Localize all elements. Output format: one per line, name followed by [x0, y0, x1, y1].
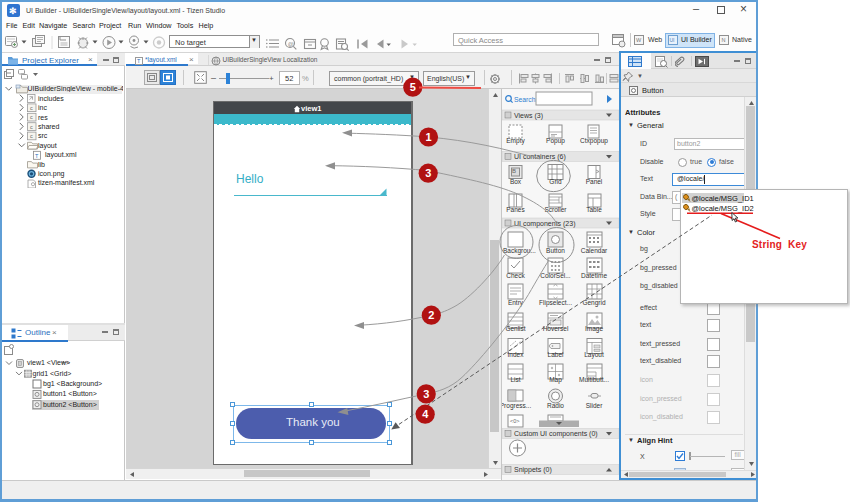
svg-text:List: List — [510, 376, 520, 383]
svg-text:UI containers (6): UI containers (6) — [514, 153, 566, 161]
svg-text:c: c — [30, 114, 33, 120]
svg-text:Calendar: Calendar — [581, 247, 608, 254]
svg-text:Genlist: Genlist — [505, 325, 525, 332]
svg-text:Layout: Layout — [584, 351, 604, 359]
svg-text:Box: Box — [510, 178, 522, 185]
svg-text:Flipselect...: Flipselect... — [539, 299, 572, 307]
svg-text:Map: Map — [549, 376, 562, 384]
svg-text:Image: Image — [585, 325, 603, 333]
svg-text:Gengrid: Gengrid — [582, 299, 606, 307]
svg-text:Views (3): Views (3) — [514, 112, 543, 120]
svg-text:Panes: Panes — [506, 206, 525, 213]
svg-text:Scroller: Scroller — [544, 206, 567, 213]
svg-text:Search: Search — [514, 96, 536, 103]
svg-text:Popup: Popup — [546, 137, 565, 145]
svg-text:Radio: Radio — [547, 402, 564, 409]
svg-text:Multibutt...: Multibutt... — [579, 376, 609, 383]
svg-text:Progress...: Progress... — [502, 402, 531, 410]
svg-text:B: B — [512, 168, 516, 174]
svg-text:Table: Table — [586, 206, 602, 213]
svg-text:Label: Label — [548, 351, 564, 358]
svg-text:ColorSel...: ColorSel... — [540, 272, 571, 279]
svg-text:c: c — [30, 105, 33, 111]
svg-text:Panel: Panel — [586, 178, 603, 185]
svg-text:Ctxpopup: Ctxpopup — [580, 137, 608, 145]
svg-text:Snippets (0): Snippets (0) — [514, 466, 552, 474]
svg-text:Check: Check — [506, 272, 525, 279]
svg-text:Custom UI components (0): Custom UI components (0) — [514, 430, 598, 438]
svg-text:<0>: <0> — [510, 418, 519, 424]
svg-text:Backgrou...: Backgrou... — [503, 247, 536, 255]
svg-text:Entry: Entry — [508, 299, 524, 307]
svg-text:Grid: Grid — [549, 178, 562, 185]
svg-text:c: c — [30, 124, 33, 130]
svg-text:c: c — [30, 133, 33, 139]
svg-text:Index: Index — [508, 351, 525, 358]
svg-text:UI components (23): UI components (23) — [514, 220, 575, 228]
svg-text:Slider: Slider — [586, 402, 603, 409]
svg-text:Datetime: Datetime — [581, 272, 607, 279]
svg-text:Button: Button — [546, 247, 565, 254]
svg-text:Empty: Empty — [506, 137, 525, 145]
svg-text:@: @ — [288, 41, 294, 47]
svg-text:Hoversel: Hoversel — [543, 325, 569, 332]
